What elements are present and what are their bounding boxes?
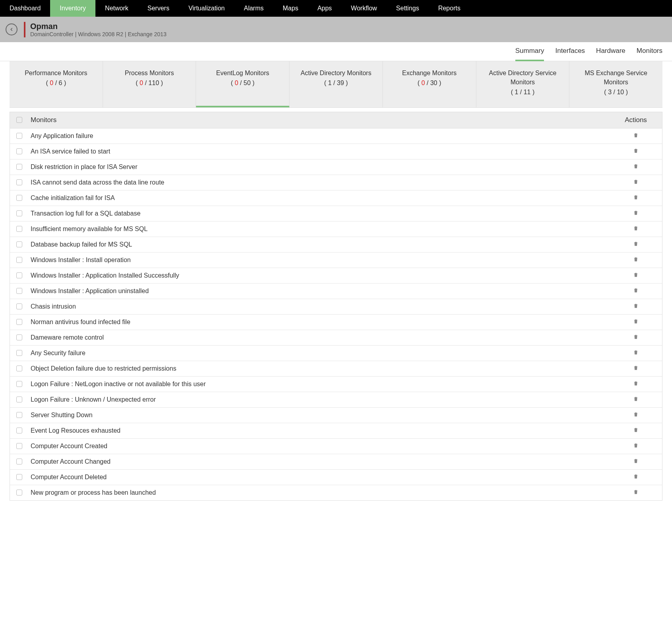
nav-item-alarms[interactable]: Alarms: [234, 0, 273, 17]
nav-item-servers[interactable]: Servers: [138, 0, 179, 17]
top-nav: DashboardInventoryNetworkServersVirtuali…: [0, 0, 672, 17]
trash-icon[interactable]: [633, 350, 639, 355]
trash-icon[interactable]: [633, 179, 639, 185]
trash-icon[interactable]: [633, 458, 639, 464]
nav-item-maps[interactable]: Maps: [273, 0, 308, 17]
row-checkbox-cell: [16, 303, 31, 309]
row-checkbox[interactable]: [16, 179, 22, 185]
monitor-tab-4[interactable]: Exchange Monitors( 0 / 30 ): [383, 61, 476, 107]
row-checkbox[interactable]: [16, 319, 22, 325]
row-checkbox-cell: [16, 443, 31, 449]
trash-icon[interactable]: [633, 381, 639, 386]
trash-icon[interactable]: [633, 210, 639, 216]
monitor-tab-2[interactable]: EventLog Monitors( 0 / 50 ): [196, 61, 289, 107]
row-checkbox[interactable]: [16, 210, 22, 216]
row-checkbox[interactable]: [16, 241, 22, 247]
nav-item-inventory[interactable]: Inventory: [50, 0, 95, 17]
page-subtitle: DomainController | Windows 2008 R2 | Exc…: [30, 31, 167, 37]
row-checkbox[interactable]: [16, 334, 22, 340]
trash-icon[interactable]: [633, 443, 639, 448]
row-checkbox[interactable]: [16, 459, 22, 464]
monitor-tab-count: ( 1 / 11 ): [481, 87, 565, 97]
column-header-actions: Actions: [616, 116, 656, 124]
row-checkbox[interactable]: [16, 303, 22, 309]
nav-item-reports[interactable]: Reports: [429, 0, 470, 17]
nav-item-network[interactable]: Network: [95, 0, 138, 17]
monitor-tab-6[interactable]: MS Exchange Service Monitors( 3 / 10 ): [569, 61, 662, 107]
table-row: Event Log Resouces exhausted: [10, 423, 662, 439]
monitor-tab-count-current: 0: [235, 80, 238, 86]
row-checkbox[interactable]: [16, 428, 22, 433]
trash-icon[interactable]: [633, 427, 639, 433]
nav-item-label: Workflow: [351, 5, 377, 12]
monitor-tab-count-current: 0: [421, 80, 425, 86]
nav-item-dashboard[interactable]: Dashboard: [0, 0, 50, 17]
row-checkbox[interactable]: [16, 490, 22, 496]
table-row: Server Shutting Down: [10, 408, 662, 423]
monitor-tab-count: ( 0 / 6 ): [14, 78, 98, 87]
row-checkbox[interactable]: [16, 195, 22, 201]
trash-icon[interactable]: [633, 489, 639, 495]
trash-icon[interactable]: [633, 288, 639, 293]
row-checkbox[interactable]: [16, 350, 22, 356]
monitor-name: Disk restriction in place for ISA Server: [31, 163, 616, 171]
trash-icon[interactable]: [633, 225, 639, 231]
monitor-name: Windows Installer : Application uninstal…: [31, 288, 616, 295]
row-checkbox[interactable]: [16, 164, 22, 170]
sub-tab-interfaces[interactable]: Interfaces: [555, 47, 585, 61]
row-checkbox[interactable]: [16, 365, 22, 371]
monitor-name: Event Log Resouces exhausted: [31, 427, 616, 434]
nav-item-virtualization[interactable]: Virtualization: [179, 0, 234, 17]
trash-icon[interactable]: [633, 194, 639, 200]
trash-icon[interactable]: [633, 365, 639, 371]
row-checkbox-cell: [16, 179, 31, 185]
trash-icon[interactable]: [633, 272, 639, 278]
row-checkbox[interactable]: [16, 474, 22, 480]
trash-icon[interactable]: [633, 474, 639, 479]
table-row: ISA cannot send data across the data lin…: [10, 175, 662, 190]
row-checkbox[interactable]: [16, 396, 22, 402]
row-checkbox[interactable]: [16, 272, 22, 278]
monitor-tab-count: ( 0 / 30 ): [388, 78, 471, 87]
trash-icon[interactable]: [633, 163, 639, 169]
trash-icon[interactable]: [633, 334, 639, 340]
trash-icon[interactable]: [633, 257, 639, 262]
row-checkbox[interactable]: [16, 288, 22, 294]
trash-icon[interactable]: [633, 303, 639, 309]
monitor-tab-5[interactable]: Active Directory Service Monitors( 1 / 1…: [476, 61, 570, 107]
sub-tab-monitors[interactable]: Monitors: [637, 47, 662, 61]
row-checkbox[interactable]: [16, 148, 22, 154]
row-checkbox[interactable]: [16, 381, 22, 387]
back-button[interactable]: [6, 23, 17, 35]
row-checkbox[interactable]: [16, 412, 22, 418]
monitor-type-tabs: Performance Monitors( 0 / 6 )Process Mon…: [10, 61, 662, 108]
row-checkbox[interactable]: [16, 443, 22, 449]
monitor-tab-3[interactable]: Active Directory Monitors( 1 / 39 ): [289, 61, 383, 107]
trash-icon[interactable]: [633, 319, 639, 324]
trash-icon[interactable]: [633, 396, 639, 402]
nav-item-apps[interactable]: Apps: [308, 0, 341, 17]
table-row: Insufficient memory available for MS SQL: [10, 222, 662, 237]
row-checkbox[interactable]: [16, 257, 22, 263]
trash-icon[interactable]: [633, 132, 639, 138]
nav-item-label: Network: [105, 5, 128, 12]
sub-tab-hardware[interactable]: Hardware: [596, 47, 625, 61]
nav-item-settings[interactable]: Settings: [386, 0, 429, 17]
monitor-name: Windows Installer : Application Installe…: [31, 272, 616, 279]
table-row: Chasis intrusion: [10, 299, 662, 315]
table-row: Windows Installer : Application uninstal…: [10, 284, 662, 299]
monitor-tab-0[interactable]: Performance Monitors( 0 / 6 ): [10, 61, 103, 107]
nav-item-workflow[interactable]: Workflow: [342, 0, 387, 17]
monitor-name: Logon Failure : NetLogon inactive or not…: [31, 381, 616, 388]
table-row: Norman antivirus found infected file: [10, 315, 662, 330]
select-all-checkbox[interactable]: [16, 117, 22, 123]
trash-icon[interactable]: [633, 148, 639, 154]
row-checkbox[interactable]: [16, 133, 22, 139]
monitors-table: Monitors Actions Any Application failure…: [10, 112, 662, 501]
monitor-tab-1[interactable]: Process Monitors( 0 / 110 ): [103, 61, 196, 107]
sub-tab-summary[interactable]: Summary: [515, 47, 544, 61]
row-checkbox[interactable]: [16, 226, 22, 232]
row-checkbox-cell: [16, 226, 31, 232]
trash-icon[interactable]: [633, 241, 639, 247]
trash-icon[interactable]: [633, 412, 639, 417]
